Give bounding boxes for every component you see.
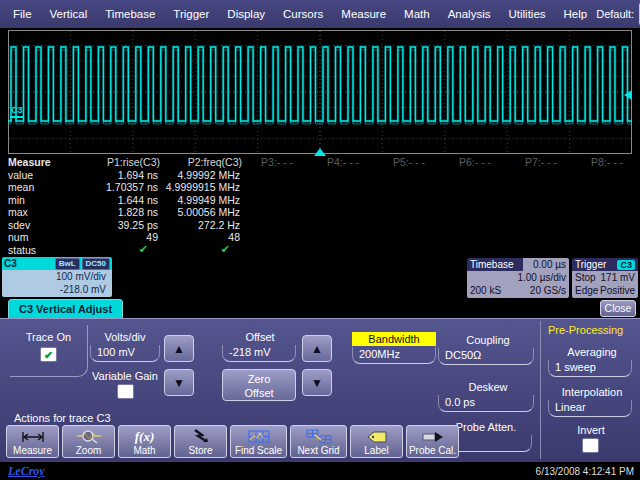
mean-p1: 1.70357 ns xyxy=(70,181,162,193)
trigger-slope: Positive xyxy=(600,284,635,297)
value-p2: 4.99992 MHz xyxy=(162,169,244,181)
max-p1: 1.828 ns xyxy=(70,206,162,218)
bandwidth-label: Bandwidth xyxy=(352,332,436,346)
volts-div-down-button[interactable]: ▼ xyxy=(164,369,194,396)
probe-cal-icon xyxy=(421,428,445,445)
zero-offset-line1: Zero xyxy=(223,372,295,386)
find-scale-action-label: Find Scale xyxy=(235,445,282,456)
coupling-field[interactable]: DC50Ω xyxy=(438,348,534,365)
label-action-button[interactable]: Label xyxy=(350,425,403,458)
menu-analysis[interactable]: Analysis xyxy=(439,6,500,22)
trigger-level-marker[interactable] xyxy=(624,90,632,100)
min-p2: 4.99949 MHz xyxy=(162,194,244,206)
waveform-grid xyxy=(8,30,632,154)
next-grid-action-button[interactable]: Next Grid xyxy=(290,425,347,458)
trigger-title: Trigger xyxy=(575,259,606,270)
variable-gain-checkbox[interactable] xyxy=(117,384,134,399)
trace-on-group: Trace On ✔ xyxy=(10,325,88,377)
invert-label: Invert xyxy=(556,424,626,436)
menu-math[interactable]: Math xyxy=(395,6,439,22)
menu-trigger[interactable]: Trigger xyxy=(164,6,218,22)
coupling-label: Coupling xyxy=(440,334,536,346)
measure-col-p4[interactable]: P4:- - - xyxy=(310,156,376,168)
deskew-label: Deskew xyxy=(440,381,536,393)
zoom-action-label: Zoom xyxy=(76,445,102,456)
dialog-body: Trace On ✔ Volts/div 100 mV Variable Gai… xyxy=(0,318,640,462)
timebase-title: Timebase xyxy=(470,259,514,270)
averaging-field[interactable]: 1 sweep xyxy=(548,360,632,377)
row-label-sdev: sdev xyxy=(0,219,70,231)
store-action-button[interactable]: Store xyxy=(174,425,227,458)
offset-down-button[interactable]: ▼ xyxy=(302,369,332,396)
menu-vertical[interactable]: Vertical xyxy=(41,6,97,22)
timebase-descriptor[interactable]: Timebase 0.00 µs 1.00 µs/div 200 kS 20 G… xyxy=(467,258,569,298)
max-p2: 5.00056 MHz xyxy=(162,206,244,218)
next-grid-icon xyxy=(306,428,332,445)
default-label: Default: xyxy=(596,8,639,20)
measure-col-p5[interactable]: P5:- - - xyxy=(376,156,442,168)
label-action-label: Label xyxy=(364,445,388,456)
next-grid-action-label: Next Grid xyxy=(297,445,339,456)
label-tag-icon xyxy=(365,428,389,445)
menu-help[interactable]: Help xyxy=(555,6,597,22)
measure-col-p3[interactable]: P3:- - - xyxy=(244,156,310,168)
menu-display[interactable]: Display xyxy=(218,6,274,22)
actions-row: Measure Zoom f(x) Math Store xyxy=(6,425,459,458)
menu-utilities[interactable]: Utilities xyxy=(499,6,554,22)
measure-col-p7[interactable]: P7:- - - xyxy=(508,156,574,168)
row-label-max: max xyxy=(0,206,70,218)
volts-div-field[interactable]: 100 mV xyxy=(90,345,160,362)
trace-on-checkbox[interactable]: ✔ xyxy=(40,347,57,362)
bandwidth-field[interactable]: 200MHz xyxy=(352,347,436,364)
measure-col-p6[interactable]: P6:- - - xyxy=(442,156,508,168)
preprocessing-label: Pre-Processing xyxy=(544,324,636,336)
menu-cursors[interactable]: Cursors xyxy=(274,6,332,22)
deskew-field[interactable]: 0.0 ps xyxy=(438,395,534,412)
sdev-p1: 39.25 ps xyxy=(70,219,162,231)
trigger-position-marker[interactable] xyxy=(314,148,326,156)
trigger-descriptor[interactable]: Trigger C3 Stop 171 mV Edge Positive xyxy=(572,258,638,298)
timebase-delay: 0.00 µs xyxy=(533,259,566,270)
actions-for-trace-label: Actions for trace C3 xyxy=(14,412,111,424)
num-p1: 49 xyxy=(70,231,162,243)
row-label-value: value xyxy=(0,169,70,181)
trigger-type: Edge xyxy=(575,284,598,297)
offset-up-button[interactable]: ▲ xyxy=(302,335,332,362)
measure-icon xyxy=(20,428,46,445)
offset-label: Offset xyxy=(224,331,296,343)
trigger-level: 171 mV xyxy=(601,271,635,284)
timebase-rate: 20 GS/s xyxy=(530,284,566,297)
timebase-per-div: 1.00 µs/div xyxy=(517,271,566,284)
measure-col-p1[interactable]: P1:rise(C3) xyxy=(70,156,162,168)
tab-c3-vertical-adjust[interactable]: C3 Vertical Adjust xyxy=(8,299,123,318)
timebase-samples: 200 kS xyxy=(470,284,501,297)
measure-action-button[interactable]: Measure xyxy=(6,425,59,458)
section-divider xyxy=(540,321,541,459)
channel-ground-marker[interactable]: C3 xyxy=(10,106,24,118)
menu-file[interactable]: File xyxy=(4,6,41,22)
menu-measure[interactable]: Measure xyxy=(332,6,395,22)
measure-col-p2[interactable]: P2:freq(C3) xyxy=(162,156,244,168)
oscilloscope-screen: File Vertical Timebase Trigger Display C… xyxy=(0,0,640,480)
probe-cal-action-button[interactable]: Probe Cal. xyxy=(406,425,459,458)
menu-timebase[interactable]: Timebase xyxy=(96,6,164,22)
row-label-status: status xyxy=(0,244,70,256)
measure-col-p8[interactable]: P8:- - - xyxy=(574,156,640,168)
find-scale-action-button[interactable]: Find Scale xyxy=(230,425,287,458)
mean-p2: 4.9999915 MHz xyxy=(162,181,244,193)
measure-table: Measure P1:rise(C3) P2:freq(C3) P3:- - -… xyxy=(0,156,640,256)
invert-checkbox[interactable] xyxy=(582,438,599,453)
c3-vertical-adjust-dialog: C3 Vertical Adjust Close Trace On ✔ Volt… xyxy=(0,298,640,462)
footer-bar: LeCroy 6/13/2008 4:12:41 PM xyxy=(0,462,640,480)
offset-field[interactable]: -218 mV xyxy=(222,345,296,362)
math-action-button[interactable]: f(x) Math xyxy=(118,425,171,458)
zero-offset-button[interactable]: Zero Offset xyxy=(222,369,296,401)
sdev-p2: 272.2 Hz xyxy=(162,219,244,231)
volts-div-up-button[interactable]: ▲ xyxy=(164,335,194,362)
close-button[interactable]: Close xyxy=(600,300,636,317)
measure-table-title: Measure xyxy=(0,156,70,168)
min-p1: 1.644 ns xyxy=(70,194,162,206)
channel-c3-descriptor[interactable]: C3 BwL DC50 100 mV/div -218.0 mV xyxy=(2,257,112,297)
interpolation-field[interactable]: Linear xyxy=(548,400,632,417)
zoom-action-button[interactable]: Zoom xyxy=(62,425,115,458)
